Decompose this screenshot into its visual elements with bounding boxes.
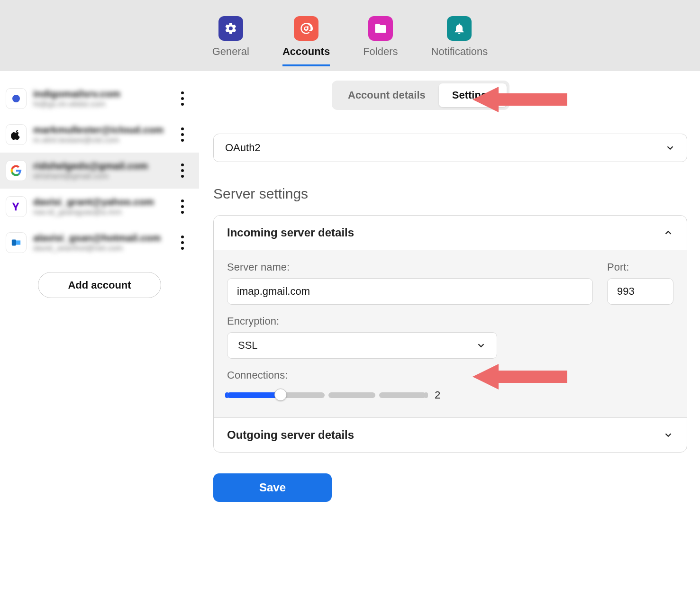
at-sign-icon [294, 16, 318, 41]
bell-icon [447, 16, 472, 41]
kebab-icon[interactable] [175, 231, 190, 254]
connections-slider[interactable] [227, 391, 426, 399]
provider-icon [6, 88, 27, 109]
tab-label: Folders [363, 45, 398, 58]
port-label: Port: [607, 261, 673, 273]
accounts-sidebar: indigomailsrv.com hi@gs.im.elidst.com ma… [0, 71, 199, 589]
svg-marker-3 [473, 364, 567, 390]
account-sub: elrishant@gmail.com [33, 172, 169, 181]
tab-general[interactable]: General [212, 16, 249, 66]
gear-icon [218, 16, 243, 41]
connections-label: Connections: [227, 369, 673, 381]
server-name-label: Server name: [227, 261, 593, 273]
incoming-header-label: Incoming server details [227, 226, 354, 239]
folder-icon [368, 16, 393, 41]
account-item[interactable]: indigomailsrv.com hi@gs.im.elidst.com [0, 81, 199, 117]
tab-folders[interactable]: Folders [363, 16, 398, 66]
port-input[interactable] [607, 278, 673, 305]
chevron-up-icon [663, 227, 673, 238]
kebab-icon[interactable] [175, 159, 190, 182]
chevron-down-icon [476, 340, 486, 351]
outlook-icon [6, 232, 27, 253]
connections-value: 2 [435, 389, 440, 401]
save-button[interactable]: Save [213, 473, 332, 502]
server-name-input[interactable] [227, 278, 593, 305]
account-sub: m.elinl.testare@cld.com [33, 136, 169, 145]
account-sub: hi@gs.im.elidst.com [33, 100, 169, 109]
svg-marker-2 [473, 87, 567, 112]
kebab-icon[interactable] [175, 123, 190, 146]
tab-accounts[interactable]: Accounts [282, 16, 330, 66]
yahoo-icon [6, 196, 27, 217]
account-name: ridshelgeds@gmail.com [33, 160, 169, 172]
account-name: alavisi_gsan@hotmail.com [33, 232, 169, 244]
add-account-button[interactable]: Add account [38, 272, 161, 298]
segment-account-details[interactable]: Account details [335, 83, 439, 107]
kebab-icon[interactable] [175, 195, 190, 218]
preferences-tabbar: General Accounts Folders Notifications [0, 0, 700, 71]
incoming-server-body: Server name: Port: Encryption: SSL [214, 250, 687, 417]
account-name: markmullester@icloud.com [33, 124, 169, 136]
apple-icon [6, 124, 27, 145]
account-name: indigomailsrv.com [33, 88, 169, 100]
settings-panel: Account details Settings OAuth2 Server s… [199, 71, 700, 589]
encryption-label: Encryption: [227, 315, 673, 327]
incoming-server-header[interactable]: Incoming server details [214, 216, 687, 250]
encryption-value: SSL [238, 339, 258, 352]
chevron-down-icon [665, 143, 675, 153]
tab-label: Notifications [431, 45, 488, 58]
server-settings-title: Server settings [213, 186, 700, 202]
account-sub: nav.id_gsangyas@a.mrn [33, 208, 169, 217]
auth-method-select[interactable]: OAuth2 [213, 134, 687, 162]
account-item[interactable]: alavisi_gsan@hotmail.com david_searthot@… [0, 225, 199, 261]
svg-rect-1 [12, 240, 16, 246]
tab-label: Accounts [282, 45, 330, 58]
outgoing-server-header[interactable]: Outgoing server details [214, 418, 687, 452]
account-sub: david_searthot@net.com [33, 244, 169, 253]
account-item[interactable]: davisi_grant@yahoo.com nav.id_gsangyas@a… [0, 189, 199, 225]
tab-label: General [212, 45, 249, 58]
account-item[interactable]: ridshelgeds@gmail.com elrishant@gmail.co… [0, 153, 199, 189]
auth-method-value: OAuth2 [225, 142, 261, 154]
google-icon [6, 160, 27, 181]
kebab-icon[interactable] [175, 87, 190, 110]
tab-notifications[interactable]: Notifications [431, 16, 488, 66]
annotation-arrow-icon [473, 83, 567, 116]
svg-point-0 [12, 95, 20, 102]
server-settings-card: Incoming server details Server name: Por… [213, 215, 687, 453]
annotation-arrow-icon [473, 360, 567, 393]
encryption-select[interactable]: SSL [227, 332, 497, 359]
account-item[interactable]: markmullester@icloud.com m.elinl.testare… [0, 117, 199, 153]
chevron-down-icon [663, 430, 673, 440]
account-name: davisi_grant@yahoo.com [33, 196, 169, 208]
outgoing-header-label: Outgoing server details [227, 428, 354, 442]
